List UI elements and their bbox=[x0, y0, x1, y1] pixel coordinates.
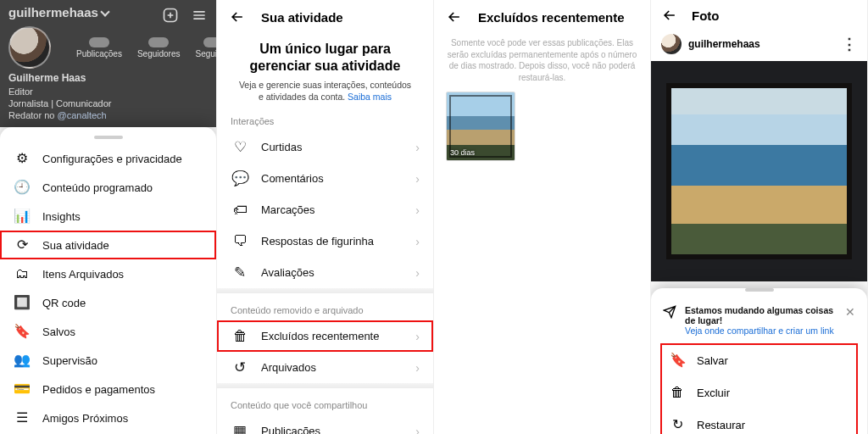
photo-actions: 🔖Salvar🗑Excluir↻Restaurar bbox=[661, 344, 857, 434]
menu-item-sua-atividade[interactable]: ⟳Sua atividade bbox=[0, 231, 216, 259]
action-label: Excluir bbox=[697, 387, 730, 399]
page-title: Excluídos recentemente bbox=[478, 10, 625, 25]
deleted-thumbnail[interactable]: 30 dias bbox=[446, 92, 515, 161]
back-icon[interactable] bbox=[229, 8, 246, 25]
list-icon: ▦ bbox=[231, 424, 249, 434]
menu-item-conte-do-programado[interactable]: 🕘Conteúdo programado bbox=[0, 173, 216, 202]
action-restaurar[interactable]: ↻Restaurar bbox=[661, 409, 857, 434]
close-icon[interactable]: ✕ bbox=[845, 305, 855, 336]
bio-link[interactable]: @canaltech bbox=[57, 110, 106, 120]
menu-label: Configurações e privacidade bbox=[42, 153, 182, 165]
chevron-right-icon: › bbox=[415, 330, 420, 343]
menu-item-pedidos-e-pagamentos[interactable]: 💳Pedidos e pagamentos bbox=[0, 375, 216, 403]
menu-label: Pedidos e pagamentos bbox=[42, 383, 155, 396]
page-title: Sua atividade bbox=[261, 10, 343, 25]
back-icon[interactable] bbox=[661, 7, 678, 24]
list-label: Avaliações bbox=[261, 266, 314, 279]
list-icon: 🗑 bbox=[231, 329, 249, 343]
bio-name: Guilherme Haas bbox=[8, 72, 208, 86]
chevron-right-icon: › bbox=[415, 361, 420, 375]
chevron-down-icon bbox=[100, 7, 109, 16]
stat-following[interactable]: Seguindo bbox=[196, 49, 217, 58]
notice-banner: Estamos mudando algumas coisas de lugar!… bbox=[651, 297, 867, 341]
recently-deleted-pane: Excluídos recentemente Somente você pode… bbox=[434, 0, 651, 434]
back-icon[interactable] bbox=[446, 8, 463, 25]
menu-icon: 🔖 bbox=[14, 325, 31, 338]
chevron-right-icon: › bbox=[415, 425, 420, 434]
create-icon[interactable] bbox=[162, 7, 179, 24]
list-item-arquivados[interactable]: ↺Arquivados› bbox=[217, 352, 433, 383]
action-icon: 🔖 bbox=[670, 353, 685, 367]
menu-item-insights[interactable]: 📊Insights bbox=[0, 202, 216, 231]
menu-label: Insights bbox=[42, 210, 81, 223]
list-item-marca-es[interactable]: 🏷Marcações› bbox=[217, 194, 433, 225]
action-sheet: Estamos mudando algumas coisas de lugar!… bbox=[651, 288, 867, 434]
menu-item-salvos[interactable]: 🔖Salvos bbox=[0, 317, 216, 346]
menu-icon: ☰ bbox=[14, 411, 31, 425]
profile-header: guilhermehaas Publicações Seguidores Seg… bbox=[0, 0, 216, 127]
chevron-right-icon: › bbox=[415, 141, 420, 154]
post-photo[interactable] bbox=[651, 61, 867, 281]
more-icon[interactable]: ⋮ bbox=[842, 35, 857, 53]
action-label: Restaurar bbox=[697, 419, 745, 431]
list-item-exclu-dos-recentemente[interactable]: 🗑Excluídos recentemente› bbox=[217, 320, 433, 352]
list-label: Excluídos recentemente bbox=[261, 330, 379, 342]
list-item-curtidas[interactable]: ♡Curtidas› bbox=[217, 131, 433, 163]
list-item-avalia-es[interactable]: ✎Avaliações› bbox=[217, 257, 433, 288]
send-icon bbox=[663, 305, 676, 336]
list-item-coment-rios[interactable]: 💬Comentários› bbox=[217, 163, 433, 194]
menu-label: Salvos bbox=[42, 326, 75, 338]
menu-item-configura-es-e-privacidade[interactable]: ⚙Configurações e privacidade bbox=[0, 144, 216, 173]
bio-line: Jornalista | Comunicador bbox=[8, 97, 208, 109]
post-author-row[interactable]: guilhermehaas ⋮ bbox=[651, 31, 867, 58]
list-icon: 💬 bbox=[231, 171, 249, 186]
menu-label: Conteúdo programado bbox=[42, 181, 153, 194]
stat-posts[interactable]: Publicações bbox=[76, 49, 122, 58]
chevron-right-icon: › bbox=[415, 266, 420, 280]
hamburger-icon[interactable] bbox=[191, 7, 208, 24]
profile-stats: Publicações Seguidores Seguindo bbox=[76, 34, 217, 58]
menu-item-amigos-pr-ximos[interactable]: ☰Amigos Próximos bbox=[0, 403, 216, 432]
learn-more-link[interactable]: Saiba mais bbox=[348, 92, 392, 102]
menu-icon: ⚙ bbox=[14, 152, 31, 165]
menu-icon: 🔲 bbox=[14, 296, 31, 309]
sheet-handle[interactable] bbox=[94, 136, 123, 139]
list-icon: ✎ bbox=[231, 265, 249, 280]
action-salvar[interactable]: 🔖Salvar bbox=[661, 344, 857, 376]
action-icon: 🗑 bbox=[670, 386, 685, 399]
days-remaining-badge: 30 dias bbox=[450, 148, 475, 157]
chevron-right-icon: › bbox=[415, 203, 420, 217]
menu-label: Supervisão bbox=[42, 354, 97, 367]
chevron-right-icon: › bbox=[415, 235, 420, 248]
menu-icon: ⟳ bbox=[14, 238, 31, 252]
page-title: Foto bbox=[692, 8, 719, 23]
stat-followers[interactable]: Seguidores bbox=[137, 49, 181, 58]
list-item-respostas-de-figurinha[interactable]: 🗨Respostas de figurinha› bbox=[217, 225, 433, 257]
list-label: Curtidas bbox=[261, 141, 302, 153]
action-excluir[interactable]: 🗑Excluir bbox=[661, 376, 857, 409]
menu-label: Amigos Próximos bbox=[42, 412, 128, 425]
section-label: Conteúdo removido e arquivado bbox=[217, 293, 433, 320]
sheet-handle[interactable] bbox=[745, 288, 774, 292]
list-item-publica-es[interactable]: ▦Publicações› bbox=[217, 415, 433, 434]
list-label: Respostas de figurinha bbox=[261, 235, 374, 248]
your-activity-pane: Sua atividade Um único lugar para gerenc… bbox=[217, 0, 434, 434]
menu-item-itens-arquivados[interactable]: 🗂Itens Arquivados bbox=[0, 259, 216, 288]
action-label: Salvar bbox=[697, 354, 728, 367]
menu-item-supervis-o[interactable]: 👥Supervisão bbox=[0, 346, 216, 375]
menu-item-qr-code[interactable]: 🔲QR code bbox=[0, 288, 216, 317]
menu-icon: 📊 bbox=[14, 209, 31, 223]
notice-link[interactable]: Veja onde compartilhar e criar um link bbox=[685, 326, 834, 336]
menu-icon: 🗂 bbox=[14, 267, 31, 281]
bio-role: Editor bbox=[8, 86, 208, 97]
list-icon: 🏷 bbox=[231, 203, 249, 217]
menu-label: Sua atividade bbox=[42, 239, 109, 252]
avatar bbox=[661, 34, 682, 54]
post-username: guilhermehaas bbox=[688, 38, 760, 50]
menu-label: Itens Arquivados bbox=[42, 268, 124, 281]
menu-icon: 👥 bbox=[14, 353, 31, 367]
headline: Um único lugar para gerenciar sua ativid… bbox=[217, 34, 433, 76]
list-icon: ♡ bbox=[231, 140, 249, 154]
section-label: Conteúdo que você compartilhou bbox=[217, 388, 433, 415]
avatar[interactable] bbox=[8, 26, 51, 69]
